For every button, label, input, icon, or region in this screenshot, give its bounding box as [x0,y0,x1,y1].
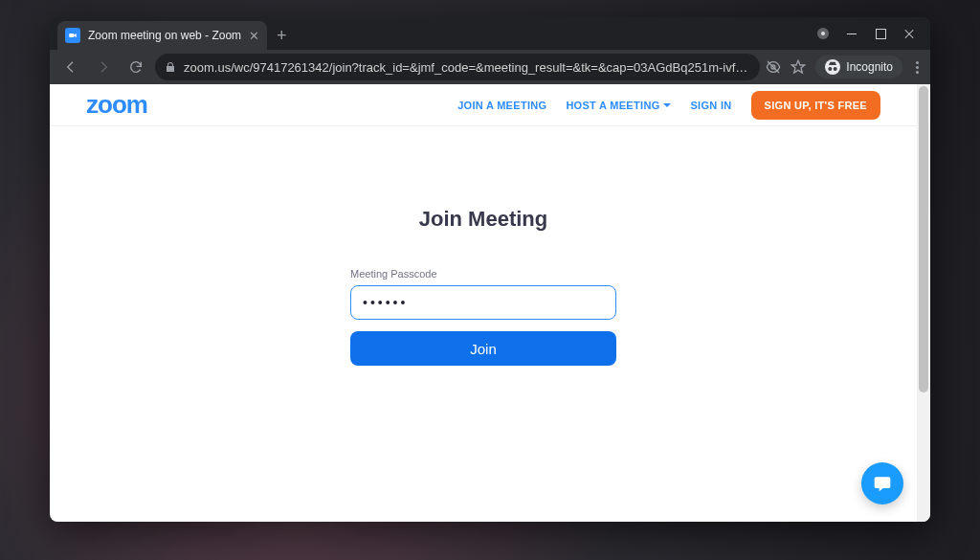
page-title: Join Meeting [419,207,547,232]
svg-point-2 [829,67,833,71]
toolbar-right-icons: Incognito [766,56,923,78]
eye-off-icon[interactable] [766,59,781,75]
lock-icon [165,61,176,73]
sign-up-button[interactable]: SIGN UP, IT'S FREE [751,91,880,120]
tab-close-icon[interactable]: ✕ [249,29,259,43]
svg-rect-0 [69,34,74,37]
scrollbar-thumb[interactable] [919,86,928,392]
incognito-icon [825,59,840,75]
incognito-label: Incognito [846,60,893,74]
page-viewport: zoom JOIN A MEETING HOST A MEETING SIGN … [50,84,930,522]
window-close-button[interactable] [903,28,915,39]
join-button[interactable]: Join [350,331,616,366]
passcode-label: Meeting Passcode [350,268,616,280]
address-bar[interactable]: zoom.us/wc/97417261342/join?track_id=&jm… [155,54,760,80]
browser-menu-button[interactable] [912,61,923,74]
passcode-input[interactable] [350,285,616,320]
chat-fab[interactable] [861,462,903,504]
star-icon[interactable] [791,59,806,75]
window-minimize-button[interactable] [846,28,858,39]
main-content: Join Meeting Meeting Passcode Join [50,126,917,366]
window-controls [817,17,926,50]
zoom-logo[interactable]: zoom [86,90,147,120]
incognito-badge[interactable]: Incognito [815,56,902,78]
tab-title: Zoom meeting on web - Zoom [88,29,241,42]
chat-icon [873,474,892,493]
new-tab-button[interactable]: + [267,26,297,50]
browser-window: Zoom meeting on web - Zoom ✕ + [50,17,930,522]
chevron-down-icon [663,103,671,107]
back-button[interactable] [57,54,84,80]
reload-button[interactable] [122,54,149,80]
join-meeting-link[interactable]: JOIN A MEETING [457,100,546,111]
media-indicator-icon[interactable] [817,28,829,39]
zoom-favicon-icon [65,28,80,43]
sign-in-link[interactable]: SIGN IN [690,100,731,111]
browser-titlebar: Zoom meeting on web - Zoom ✕ + [50,17,930,50]
browser-tab[interactable]: Zoom meeting on web - Zoom ✕ [57,21,267,50]
join-form: Meeting Passcode Join [350,268,616,366]
header-nav: JOIN A MEETING HOST A MEETING SIGN IN SI… [457,91,880,120]
svg-point-3 [834,67,837,71]
host-meeting-dropdown[interactable]: HOST A MEETING [566,100,671,111]
host-meeting-label: HOST A MEETING [566,100,659,111]
forward-button[interactable] [90,54,117,80]
url-text: zoom.us/wc/97417261342/join?track_id=&jm… [184,60,750,75]
browser-toolbar: zoom.us/wc/97417261342/join?track_id=&jm… [50,50,930,84]
window-maximize-button[interactable] [875,28,886,39]
page-header: zoom JOIN A MEETING HOST A MEETING SIGN … [50,84,917,126]
scrollbar[interactable] [917,84,930,522]
